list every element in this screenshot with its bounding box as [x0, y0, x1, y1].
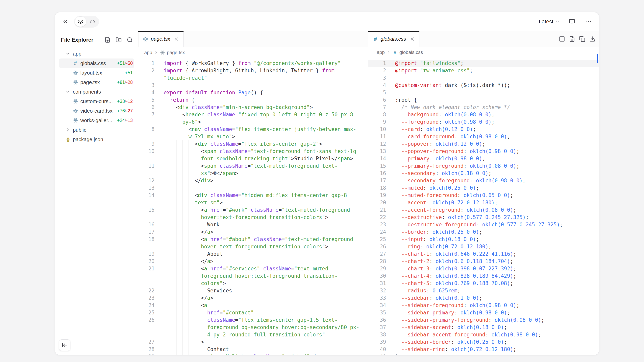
react-file-icon [160, 50, 165, 55]
code-line: 20</a> [138, 258, 368, 265]
more-options-button[interactable] [584, 17, 593, 26]
code-line: 14--primary: oklch(0.98 0 0); [368, 155, 599, 162]
breadcrumb-right: app # globals.css [368, 47, 599, 58]
tree-file-package-json[interactable]: {}package.json [59, 135, 134, 144]
line-number: 6 [368, 96, 386, 104]
split-editor-button[interactable] [559, 36, 565, 42]
line-number: 27 [138, 339, 154, 346]
search-files-button[interactable] [127, 37, 133, 43]
code-text: --card-foreground: oklch(0.98 0 0); [395, 133, 510, 140]
breadcrumb-file[interactable]: globals.css [400, 49, 423, 55]
line-number: 14 [368, 155, 386, 162]
code-text: <div className="hidden md:flex items-cen… [164, 192, 361, 206]
code-line: 18<a href="#about" className="text-muted… [138, 236, 368, 250]
line-number: 21 [138, 265, 154, 272]
line-number: 25 [368, 236, 386, 243]
breadcrumb-folder[interactable]: app [377, 49, 385, 55]
line-number: 7 [138, 111, 154, 118]
line-number: 19 [138, 250, 154, 258]
code-line: 28Contact [138, 346, 368, 353]
line-number: 20 [138, 258, 154, 265]
line-number: 16 [368, 170, 386, 177]
code-text: --ring: oklch(0.72 0.12 180); [395, 243, 492, 250]
tree-folder-app[interactable]: app [59, 49, 134, 58]
chevron-right-icon [154, 50, 158, 54]
code-line: 9--foreground: oklch(0.98 0 0); [368, 118, 599, 126]
line-number: 2 [138, 67, 154, 74]
code-line: 12</div> [138, 177, 368, 184]
code-text: --muted: oklch(0.25 0 0); [395, 184, 479, 192]
code-line: 16Work [138, 221, 368, 228]
code-line: 12--popover: oklch(0.12 0 0); [368, 140, 599, 148]
indent-guide [182, 140, 183, 355]
react-icon [73, 70, 78, 75]
tree-file-works-galler[interactable]: works-galler...+24/-13 [59, 116, 134, 125]
code-area-page-tsx[interactable]: 1import { WorksGallery } from "@/compone… [138, 58, 368, 355]
css-file-icon: # [393, 50, 398, 55]
code-line: 28--chart-2: oklch(0.6 0.118 184.704); [368, 258, 599, 265]
react-icon [73, 80, 78, 85]
tree-item-label: page.tsx [80, 79, 100, 85]
line-number: 25 [138, 309, 154, 316]
line-number: 23 [368, 221, 386, 228]
tab-globals-css[interactable]: # globals.css [368, 31, 420, 47]
new-file-button[interactable] [104, 37, 110, 43]
breadcrumb-folder[interactable]: app [144, 50, 152, 55]
close-tab-button[interactable] [410, 36, 415, 42]
line-number: 37 [368, 324, 386, 331]
tree-folder-public[interactable]: public [59, 125, 134, 135]
line-number: 4 [368, 82, 386, 89]
breadcrumb-file[interactable]: page.tsx [167, 50, 185, 55]
open-file-button[interactable] [569, 36, 575, 42]
editor-pane-page-tsx: page.tsx app page.tsx 1import { W [138, 31, 368, 355]
line-number: 24 [138, 302, 154, 309]
code-text: --background: oklch(0.08 0 0); [395, 111, 494, 118]
collapse-sidebar-button[interactable] [59, 340, 70, 351]
line-number: 13 [138, 184, 154, 192]
code-line: 5 [368, 89, 599, 96]
code-text: --popover: oklch(0.12 0 0); [395, 140, 485, 148]
copy-code-button[interactable] [579, 36, 585, 42]
code-toggle-button[interactable] [87, 16, 98, 27]
line-number: 24 [368, 228, 386, 236]
react-icon [73, 99, 78, 104]
code-line: 13--popover-foreground: oklch(0.98 0 0); [368, 148, 599, 155]
download-code-button[interactable] [589, 36, 596, 42]
close-tab-button[interactable] [174, 36, 179, 42]
code-text: <a href="#about" className="text-muted-f… [164, 236, 361, 250]
collapse-panel-button[interactable] [61, 17, 70, 26]
tree-folder-components[interactable]: components [59, 87, 134, 96]
line-number: 21 [368, 206, 386, 214]
code-line: 16--secondary: oklch(0.18 0 0); [368, 170, 599, 177]
code-text: --accent-foreground: oklch(0.08 0 0); [395, 206, 516, 214]
tree-file-layout-tsx[interactable]: layout.tsx+51 [59, 68, 134, 77]
code-text: --border: oklch(0.25 0 0); [395, 228, 482, 236]
code-text: :root { [395, 96, 417, 104]
line-number: 4 [138, 89, 154, 96]
code-line: 1import { WorksGallery } from "@/compone… [138, 60, 368, 67]
device-preview-button[interactable] [568, 17, 576, 26]
tree-file-globals-css[interactable]: #globals.css+51/-50 [59, 58, 134, 68]
code-text: <div className="flex items-center gap-2"… [164, 140, 361, 148]
react-icon [73, 108, 78, 113]
tree-file-page-tsx[interactable]: page.tsx+81/-28 [59, 77, 134, 87]
diff-stats: +51/-50 [117, 61, 133, 66]
line-number: 22 [368, 214, 386, 221]
braces-icon: {} [65, 137, 70, 142]
indent-guide [201, 140, 201, 355]
code-text: --chart-5: oklch(0.769 0.188 70.08); [395, 280, 513, 287]
tree-file-video-card-tsx[interactable]: video-card.tsx+76/-27 [59, 106, 134, 116]
tab-page-tsx[interactable]: page.tsx [138, 31, 184, 47]
code-area-globals-css[interactable]: 1@import "tailwindcss";2@import "tw-anim… [368, 58, 599, 355]
tree-file-custom-curs[interactable]: custom-curs...+33/-12 [59, 96, 134, 106]
new-folder-button[interactable] [116, 37, 122, 43]
scrollbar-thumb[interactable] [597, 54, 598, 63]
code-text: <span className="text-foreground font-sa… [164, 148, 361, 162]
code-text: @import "tailwindcss"; [395, 60, 464, 67]
code-text: <a href="#work" className="text-muted-fo… [164, 206, 361, 221]
line-number: 28 [138, 346, 154, 353]
code-line: 19About [138, 250, 368, 258]
line-number: 15 [138, 206, 154, 214]
preview-toggle-button[interactable] [75, 16, 86, 27]
version-selector[interactable]: Latest [539, 19, 560, 25]
